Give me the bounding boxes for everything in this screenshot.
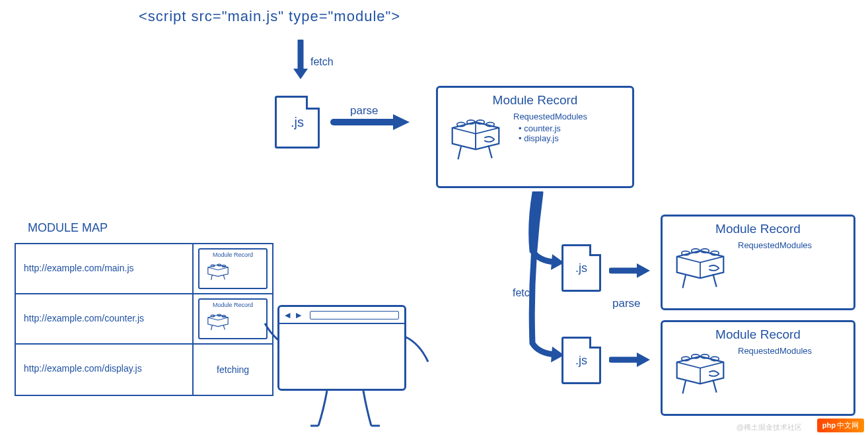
module-record-title: Module Record (670, 327, 846, 342)
browser-arm-right (403, 330, 433, 363)
fetch-label-top: fetch (310, 56, 334, 68)
requested-modules-title: RequestedModules (738, 346, 812, 356)
js-file-counter: .js (561, 244, 601, 292)
module-map-table: http://example.com/main.js Module Record… (15, 243, 273, 396)
lego-brick-icon (446, 112, 505, 161)
module-map-row: http://example.com/counter.js Module Rec… (16, 294, 272, 345)
script-tag-text: <script src="main.js" type="module"> (139, 8, 400, 25)
forward-icon: ▶ (296, 312, 303, 319)
browser-toolbar: ◀ ▶ (279, 307, 404, 324)
lego-brick-icon (670, 346, 730, 395)
module-map-url: http://example.com/main.js (16, 244, 194, 293)
watermark-text: @稀土掘金技术社区 (737, 422, 802, 432)
requested-modules-title: RequestedModules (738, 240, 812, 250)
browser-url-bar (310, 311, 399, 319)
module-map-title: MODULE MAP (28, 221, 108, 235)
module-map-url: http://example.com/counter.js (16, 294, 194, 343)
parse-label-mid: parse (612, 297, 641, 310)
php-badge: php中文网 (817, 418, 864, 432)
browser-window: ◀ ▶ (277, 305, 406, 391)
module-map-url: http://example.com/display.js (16, 345, 194, 395)
requested-module-item: • counter.js (513, 123, 587, 133)
module-record-display: Module Record RequestedModules (661, 320, 855, 416)
parse-label-main: parse (350, 104, 379, 117)
fetch-label-bottom: fetch (513, 287, 536, 299)
module-record-counter: Module Record RequestedModules (661, 215, 855, 310)
module-record-title: Module Record (446, 93, 624, 108)
browser-legs (304, 389, 390, 429)
module-map-row: http://example.com/display.js fetching (16, 345, 272, 395)
arrow-parse-mid (609, 261, 652, 281)
arrow-parse-bottom (609, 350, 652, 370)
arrow-fetch-top (291, 40, 310, 86)
module-map-row: http://example.com/main.js Module Record (16, 244, 272, 294)
mini-module-record: Module Record (198, 248, 268, 289)
back-icon: ◀ (285, 312, 292, 319)
module-map-status-fetching: fetching (194, 345, 272, 395)
module-map-status: Module Record (194, 244, 272, 293)
js-file-main: .js (275, 96, 320, 149)
requested-module-item: • display.js (513, 133, 587, 143)
module-record-main: Module Record RequestedModules • counter… (436, 86, 634, 188)
module-record-title: Module Record (670, 222, 846, 236)
js-file-display: .js (561, 337, 601, 384)
lego-brick-icon (670, 240, 730, 290)
requested-modules-title: RequestedModules (513, 112, 587, 121)
mini-module-record: Module Record (198, 298, 268, 339)
